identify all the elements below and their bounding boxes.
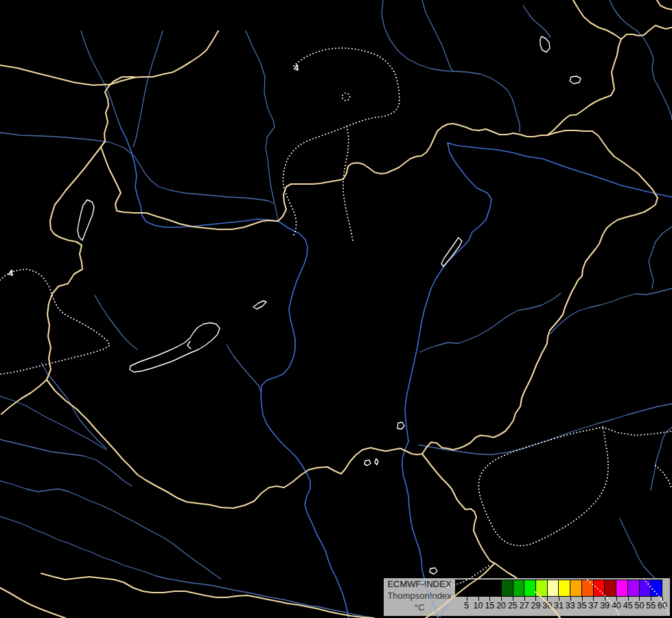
legend-color-cell [593,580,605,597]
legend-color-cell [489,580,501,597]
legend-title: ECMWF-INDEX [384,579,455,589]
legend-tick-label: 39 [600,601,610,610]
legend-colorbar [455,580,662,597]
legend-tick-label: 33 [566,601,575,610]
legend-color-cell [639,580,651,597]
legend-tick-labels: 51015202527293031333537394045505560 [384,601,670,612]
weather-map-screen: 4 4 ECMWF-INDEX ThompsonIndex (°C) Tuesd… [0,0,672,618]
legend-color-cell [650,580,662,597]
legend-tick-label: 35 [577,601,587,610]
legend-color-cell [581,580,593,597]
legend-tick-label: 60 [658,601,667,610]
legend-color-cell [570,580,581,597]
legend-tick-label: 55 [646,601,656,610]
contour-label-4: 4 [294,62,299,73]
legend-tick-label: 27 [520,601,529,610]
legend-tick-label: 5 [464,601,469,610]
legend-color-cell [558,580,570,597]
legend-color-cell [467,580,478,597]
legend-tick-label: 29 [531,601,540,610]
legend-tick-label: 40 [612,601,621,610]
legend-color-cell [616,580,627,597]
legend-tick-label: 31 [554,601,564,610]
legend-tick-label: 45 [623,601,633,610]
legend-tick-label: 37 [588,601,598,610]
legend-color-cell [627,580,639,597]
legend-tick-label: 20 [496,601,506,610]
legend-color-cell [604,580,616,597]
legend-color-cell [524,580,535,597]
legend-color-cell [513,580,524,597]
legend-color-cell [535,580,547,597]
legend-color-cell [547,580,559,597]
legend-color-cell [455,580,467,597]
legend-tick-label: 30 [542,601,552,610]
legend-tick-label: 15 [485,601,494,610]
legend-color-cell [501,580,513,597]
legend-tick-label: 10 [474,601,483,610]
legend-tick-label: 25 [508,601,518,610]
legend-tick-label: 50 [634,601,644,610]
weather-map: 4 4 [0,0,672,618]
legend: ECMWF-INDEX ThompsonIndex °C 51015202527… [384,578,670,616]
contour-label-4: 4 [8,268,14,278]
legend-color-cell [478,580,489,597]
map-background [0,0,672,618]
